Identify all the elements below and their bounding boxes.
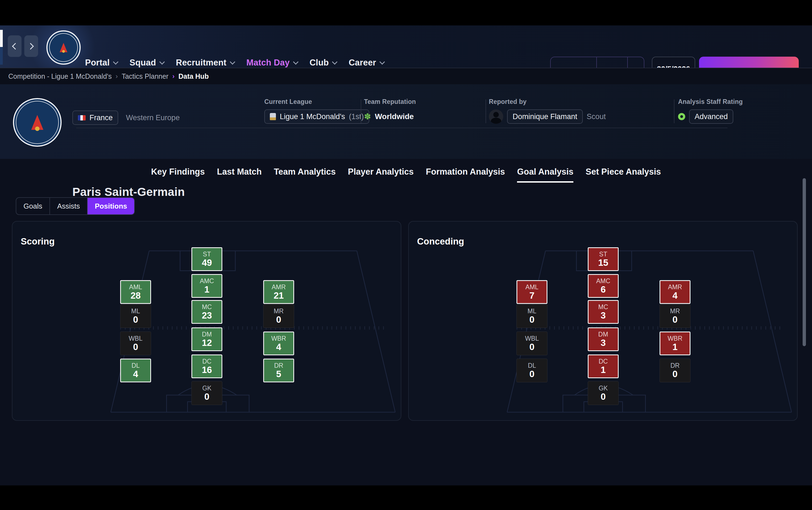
position-value: 0 (672, 369, 677, 378)
psg-crest-large (13, 98, 62, 147)
scoring-pos-mr: MR 0 (263, 304, 294, 328)
menu-squad[interactable]: Squad (129, 58, 163, 68)
forward-button[interactable] (24, 35, 38, 57)
conceding-panel: Conceding ST 15AMC 6AML 7AMR 4MC 3ML 0MR… (408, 221, 798, 421)
menu-portal[interactable]: Portal (85, 58, 117, 68)
scoring-panel: Scoring ST 49AMC 1AML 28AMR 21MC 23ML 0M… (12, 221, 401, 421)
position-value: 0 (133, 342, 138, 351)
conceding-pos-amr: AMR 4 (660, 280, 691, 304)
subtab-positions[interactable]: Positions (88, 198, 134, 215)
column-separator (361, 100, 361, 123)
tab-team-analytics[interactable]: Team Analytics (274, 167, 336, 182)
position-label: MC (598, 304, 608, 310)
position-label: ST (203, 251, 211, 257)
conceding-pos-wbl: WBL 0 (517, 332, 547, 355)
position-value: 0 (529, 342, 534, 351)
menu-recruitment[interactable]: Recruitment (176, 58, 234, 68)
position-label: DL (528, 363, 536, 369)
scoring-pos-st: ST 49 (192, 247, 222, 271)
tab-last-match[interactable]: Last Match (217, 167, 262, 182)
chevron-down-icon (293, 59, 298, 65)
team-header: Paris Saint-Germain France Western Europ… (0, 84, 812, 159)
tab-key-findings[interactable]: Key Findings (151, 167, 205, 182)
vertical-scrollbar-thumb[interactable] (803, 178, 806, 346)
tab-set-piece-analysis[interactable]: Set Piece Analysis (585, 167, 661, 182)
chevron-down-icon (160, 59, 165, 65)
position-value: 3 (601, 311, 606, 320)
position-value: 0 (601, 392, 606, 401)
conceding-pos-aml: AML 7 (517, 280, 547, 304)
breadcrumb-tactics-planner[interactable]: Tactics Planner (121, 73, 169, 80)
position-label: ML (131, 308, 140, 314)
league-trophy-icon (270, 113, 276, 120)
conceding-pos-dl: DL 0 (517, 359, 547, 382)
menu-career[interactable]: Career (349, 58, 383, 68)
chevron-down-icon (230, 59, 235, 65)
eiffel-tower-icon (60, 43, 67, 52)
conceding-pos-dr: DR 0 (660, 359, 691, 382)
menu-match-day[interactable]: Match Day (246, 58, 297, 68)
menu-club[interactable]: Club (310, 58, 336, 68)
conceding-pos-wbr: WBR 1 (660, 332, 691, 355)
view-segmented-control: GoalsAssistsPositions (16, 197, 135, 215)
position-label: DL (132, 363, 140, 369)
position-value: 1 (672, 342, 677, 351)
position-value: 21 (274, 291, 284, 300)
subtab-goals[interactable]: Goals (16, 198, 50, 215)
panel-title: Scoring (21, 236, 55, 247)
position-label: DM (598, 331, 608, 338)
scoring-pos-dr: DR 5 (263, 359, 294, 382)
breadcrumb-data-hub[interactable]: Data Hub (178, 73, 209, 80)
scout-name-chip[interactable]: Dominique Flamant (507, 109, 583, 124)
position-label: WBR (668, 335, 683, 342)
position-label: MC (202, 304, 212, 310)
scoring-pos-aml: AML 28 (120, 280, 151, 304)
position-label: AML (129, 284, 142, 290)
psg-crest-nav[interactable] (47, 30, 81, 65)
position-label: ST (599, 251, 607, 257)
position-label: GK (202, 385, 211, 392)
position-label: AML (525, 284, 538, 290)
tab-player-analytics[interactable]: Player Analytics (348, 167, 413, 182)
position-value: 4 (276, 342, 281, 351)
reported-by-block: Reported by Dominique Flamant Scout (489, 98, 606, 124)
position-value: 5 (276, 369, 281, 378)
scoring-pos-dl: DL 4 (120, 359, 151, 382)
chevron-down-icon (113, 59, 118, 65)
tab-formation-analysis[interactable]: Formation Analysis (426, 167, 505, 182)
nation-chip[interactable]: France (72, 111, 118, 125)
breadcrumb-separator: › (115, 73, 118, 80)
analysis-rating-block: Analysis Staff Rating Advanced (678, 98, 743, 124)
position-value: 23 (202, 311, 212, 320)
top-navigation: PortalSquadRecruitmentMatch DayClubCaree… (0, 25, 812, 68)
position-label: GK (599, 385, 608, 392)
region-label: Western Europe (126, 114, 180, 122)
position-value: 0 (276, 315, 281, 324)
position-label: WBR (271, 335, 286, 342)
position-value: 49 (202, 258, 212, 267)
position-label: AMC (596, 278, 610, 284)
position-value: 28 (130, 291, 141, 300)
position-label: ML (527, 308, 536, 314)
subtab-assists[interactable]: Assists (50, 198, 88, 215)
position-value: 16 (202, 365, 212, 374)
position-label: DM (202, 331, 212, 338)
scoring-pos-dc: DC 16 (192, 355, 222, 378)
scoring-pos-amc: AMC 1 (192, 274, 222, 298)
position-value: 0 (529, 315, 534, 324)
conceding-pos-gk: GK 0 (588, 381, 619, 405)
scoring-pos-wbr: WBR 4 (263, 332, 294, 355)
position-value: 0 (529, 369, 534, 378)
chevron-left-icon (12, 43, 19, 50)
position-value: 0 (133, 315, 138, 324)
breadcrumb: Competition - Ligue 1 McDonald's›Tactics… (0, 68, 812, 84)
rating-chip: Advanced (689, 109, 733, 124)
edge-sliver (0, 30, 3, 47)
conceding-pos-mc: MC 3 (588, 300, 619, 324)
league-position: (1st) (349, 112, 364, 121)
edge-sliver (0, 47, 3, 65)
tab-goal-analysis[interactable]: Goal Analysis (517, 167, 573, 182)
breadcrumb-competition-ligue-1-mcdonald-s[interactable]: Competition - Ligue 1 McDonald's (8, 73, 112, 80)
back-button[interactable] (8, 35, 22, 57)
current-league-chip[interactable]: Ligue 1 McDonald's (1st) (264, 109, 369, 124)
